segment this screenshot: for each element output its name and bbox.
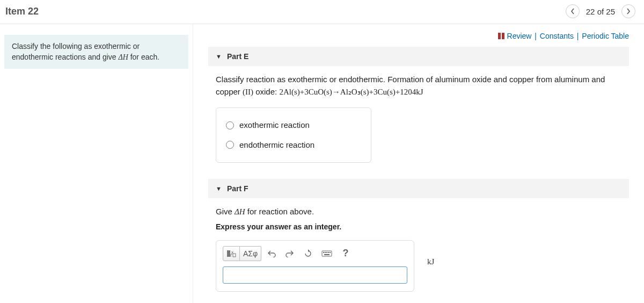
review-link[interactable]: Review — [507, 32, 532, 40]
greek-button[interactable]: ΑΣφ — [240, 246, 261, 261]
part-e-roman: (II) — [243, 88, 253, 96]
question-prompt: Classify the following as exothermic or … — [4, 35, 188, 69]
option-endothermic-label: endothermic reaction — [239, 139, 314, 152]
flag-icon — [497, 32, 505, 41]
undo-icon — [267, 250, 276, 257]
part-f-instruction: Express your answer as an integer. — [216, 221, 621, 233]
part-f-header[interactable]: ▼ Part F — [208, 179, 629, 198]
link-separator: | — [577, 32, 579, 40]
chevron-right-icon — [626, 8, 631, 15]
svg-rect-6 — [323, 252, 324, 253]
radio-endothermic[interactable] — [226, 141, 234, 149]
part-e-equation: 2Al(s)+3CuO(s)→Al₂O₃(s)+3Cu(s)+1204kJ — [279, 88, 423, 96]
reset-icon — [304, 249, 312, 258]
part-e-label: Part E — [227, 52, 248, 61]
part-f-delta-h: ΔH — [235, 207, 245, 216]
svg-rect-11 — [324, 254, 330, 255]
item-navigation: 22 of 25 — [566, 4, 635, 18]
item-title: Item 22 — [5, 6, 39, 17]
svg-rect-9 — [328, 252, 329, 253]
next-item-button[interactable] — [621, 4, 635, 18]
svg-rect-8 — [326, 252, 327, 253]
prompt-text-after: for each. — [128, 53, 159, 61]
prompt-delta-h: ΔH — [118, 53, 128, 61]
answer-box: x ΑΣφ — [216, 240, 414, 292]
constants-link[interactable]: Constants — [540, 32, 574, 40]
template-icon: x — [226, 249, 236, 258]
part-e-question: Classify reaction as exothermic or endot… — [216, 74, 621, 98]
svg-rect-7 — [325, 252, 326, 253]
option-exothermic[interactable]: exothermic reaction — [226, 116, 361, 135]
template-button[interactable]: x — [223, 246, 240, 261]
item-position: 22 of 25 — [586, 7, 615, 16]
answer-toolbar: x ΑΣφ — [223, 246, 407, 261]
undo-button[interactable] — [264, 246, 280, 261]
prev-item-button[interactable] — [566, 4, 580, 18]
caret-down-icon: ▼ — [216, 53, 222, 60]
help-button[interactable]: ? — [338, 246, 354, 261]
radio-exothermic[interactable] — [226, 121, 234, 129]
svg-rect-0 — [498, 33, 501, 39]
link-separator: | — [535, 32, 537, 40]
option-endothermic[interactable]: endothermic reaction — [226, 135, 361, 155]
part-f-body: Give ΔH for reaction above. Express your… — [208, 206, 629, 303]
svg-rect-2 — [227, 250, 230, 257]
caret-down-icon: ▼ — [216, 185, 222, 192]
svg-rect-5 — [322, 251, 332, 256]
answer-input[interactable] — [223, 266, 407, 284]
part-f-label: Part F — [227, 184, 248, 193]
resource-links: Review | Constants | Periodic Table — [208, 32, 629, 41]
redo-button[interactable] — [282, 246, 298, 261]
part-e-body: Classify reaction as exothermic or endot… — [208, 74, 629, 179]
periodic-table-link[interactable]: Periodic Table — [582, 32, 629, 40]
keyboard-icon — [321, 250, 332, 257]
part-f-question: Give ΔH for reaction above. — [216, 206, 621, 218]
part-e-mid: oxide: — [253, 87, 279, 96]
unit-label: kJ — [427, 256, 434, 268]
reset-button[interactable] — [300, 246, 316, 261]
part-e-header[interactable]: ▼ Part E — [208, 47, 629, 66]
chevron-left-icon — [570, 8, 575, 15]
part-e-options: exothermic reaction endothermic reaction — [216, 107, 371, 163]
svg-rect-10 — [330, 252, 331, 253]
svg-rect-1 — [502, 33, 504, 39]
redo-icon — [286, 250, 294, 257]
option-exothermic-label: exothermic reaction — [239, 119, 310, 132]
part-f-q-before: Give — [216, 207, 235, 216]
keyboard-button[interactable] — [318, 246, 335, 261]
part-f-q-after: for reaction above. — [245, 207, 314, 216]
